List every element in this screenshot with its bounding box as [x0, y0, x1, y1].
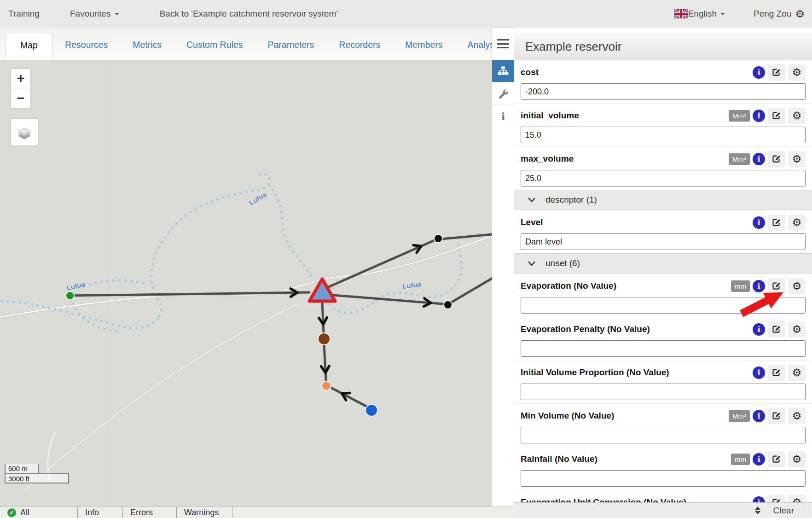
status-filter-warnings[interactable]: Warnings — [177, 507, 232, 518]
node-node-blue[interactable] — [365, 404, 377, 416]
info-icon[interactable]: i — [753, 110, 765, 122]
node-node-orange[interactable] — [322, 381, 331, 390]
clear-button[interactable]: Clear — [773, 506, 794, 516]
field-header: Leveli⚙ — [521, 214, 806, 231]
pencil-square-icon — [772, 325, 781, 334]
info-icon[interactable]: i — [753, 153, 765, 165]
field-rainfall-no-value: Rainfall (No Value)mmi⚙ — [514, 447, 812, 490]
gear-button[interactable]: ⚙ — [788, 278, 806, 294]
pencil-square-icon — [772, 281, 781, 291]
edit-button[interactable] — [768, 278, 785, 294]
field-header: Evaporation (No Value)mmi⚙ — [521, 278, 806, 294]
field-input-level[interactable] — [521, 233, 806, 250]
node-node-brown[interactable] — [318, 333, 330, 345]
edit-button[interactable] — [768, 108, 785, 124]
map-canvas[interactable]: LufuaLufuaLufua + − 500 m 3000 ft — [0, 60, 492, 506]
status-filter-label: All — [20, 508, 29, 518]
edit-button[interactable] — [768, 321, 785, 338]
tab-parameters[interactable]: Parameters — [255, 40, 326, 50]
panel-rows: costi⚙initial_volumeMm³i⚙max_volumeMm³i⚙… — [514, 60, 812, 518]
river-name-label: Lufua — [66, 280, 86, 292]
section-descriptor-1[interactable]: descriptor (1) — [514, 190, 812, 210]
up-down-icon[interactable] — [755, 506, 760, 514]
tool-info[interactable]: i — [492, 105, 514, 127]
zoom-in-button[interactable]: + — [11, 69, 30, 88]
status-filter-errors[interactable]: Errors — [123, 507, 177, 518]
edit-button[interactable] — [768, 408, 785, 424]
status-filter-all[interactable]: ✓All — [0, 507, 78, 518]
tool-settings-wrench[interactable] — [492, 82, 514, 105]
gear-button[interactable]: ⚙ — [788, 451, 806, 467]
field-input-max-volume[interactable] — [521, 170, 806, 186]
tab-bar: MapResourcesMetricsCustom RulesParameter… — [0, 28, 492, 60]
zoom-out-button[interactable]: − — [11, 88, 30, 108]
info-icon[interactable]: i — [753, 66, 765, 79]
scale-imperial: 3000 ft — [5, 473, 69, 483]
field-input-min-volume-no-value[interactable] — [521, 427, 806, 443]
field-input-evaporation-penalty-no-value[interactable] — [521, 340, 806, 357]
nav-back-link[interactable]: Back to 'Example catchment reservoir sys… — [160, 9, 338, 19]
map-rivers — [0, 174, 462, 332]
gear-button[interactable]: ⚙ — [788, 215, 806, 231]
section-label: descriptor (1) — [545, 195, 597, 205]
field-header: Evaporation Penalty (No Value)i⚙ — [521, 321, 806, 338]
edit-button[interactable] — [768, 365, 785, 381]
status-filter-info[interactable]: Info — [78, 507, 123, 518]
field-header: Min Volume (No Value)Mm³i⚙ — [521, 407, 806, 424]
field-label: Min Volume (No Value) — [521, 411, 614, 421]
language-menu[interactable]: English — [674, 9, 725, 19]
flow-arrow-icons — [290, 245, 431, 400]
nav-favourites-menu[interactable]: Favourites — [70, 9, 119, 19]
gear-button[interactable]: ⚙ — [788, 108, 806, 124]
info-icon[interactable]: i — [753, 453, 765, 466]
hamburger-icon — [497, 39, 509, 41]
unit-badge: Mm³ — [729, 153, 750, 165]
layers-button[interactable] — [10, 118, 39, 146]
gear-button[interactable]: ⚙ — [788, 151, 806, 167]
gear-button[interactable]: ⚙ — [788, 64, 806, 81]
gear-button[interactable]: ⚙ — [788, 408, 806, 424]
edit-button[interactable] — [768, 451, 785, 467]
caret-down-icon — [115, 13, 119, 15]
gear-button[interactable]: ⚙ — [788, 321, 806, 338]
field-input-cost[interactable] — [521, 83, 806, 100]
gear-button[interactable]: ⚙ — [788, 365, 806, 381]
gear-icon: ⚙ — [792, 111, 802, 121]
info-icon[interactable]: i — [753, 410, 765, 422]
field-input-evaporation-no-value[interactable] — [521, 297, 806, 314]
edit-button[interactable] — [768, 64, 785, 81]
field-input-rainfall-no-value[interactable] — [521, 470, 806, 487]
field-input-initial-volume[interactable] — [521, 127, 806, 143]
info-icon: i — [501, 110, 505, 122]
panel-title: Example reservoir — [514, 33, 812, 60]
section-label: unset (6) — [545, 258, 580, 268]
node-junction-east[interactable] — [444, 301, 452, 309]
hamburger-menu-button[interactable] — [492, 28, 514, 60]
top-navbar: Training Favourites Back to 'Example cat… — [0, 0, 812, 28]
info-icon[interactable]: i — [753, 280, 765, 292]
info-icon[interactable]: i — [753, 323, 765, 336]
map-zoom-control: + − — [10, 68, 31, 109]
node-catchment-inflow[interactable] — [66, 291, 74, 300]
unit-badge: mm — [731, 454, 750, 465]
info-icon[interactable]: i — [753, 216, 765, 229]
tool-model-tree[interactable] — [492, 60, 514, 82]
nav-brand-training[interactable]: Training — [8, 9, 40, 19]
tab-resources[interactable]: Resources — [52, 40, 120, 50]
tab-map[interactable]: Map — [6, 33, 52, 60]
tab-analysis[interactable]: Analysis — [455, 40, 493, 50]
unit-badge: mm — [731, 280, 750, 292]
node-junction-north[interactable] — [434, 234, 442, 243]
tab-members[interactable]: Members — [393, 40, 455, 50]
edit-button[interactable] — [768, 215, 785, 231]
tab-recorders[interactable]: Recorders — [326, 40, 393, 50]
gear-icon: ⚙ — [792, 67, 802, 78]
tab-custom-rules[interactable]: Custom Rules — [174, 40, 255, 50]
edit-button[interactable] — [768, 151, 785, 167]
user-menu[interactable]: Peng Zou ⚙ — [754, 9, 805, 19]
section-unset-6[interactable]: unset (6) — [514, 253, 812, 274]
info-icon[interactable]: i — [753, 367, 765, 379]
field-input-initial-volume-proportion-no-value[interactable] — [521, 384, 806, 400]
user-name: Peng Zou — [754, 9, 791, 19]
tab-metrics[interactable]: Metrics — [120, 40, 174, 50]
